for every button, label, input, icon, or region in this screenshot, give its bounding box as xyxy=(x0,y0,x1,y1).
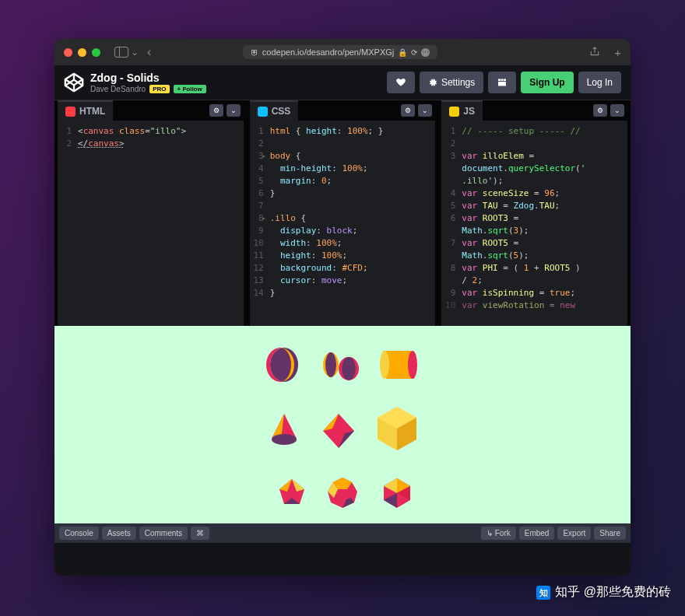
js-icon xyxy=(449,107,459,117)
js-editor[interactable]: 1// ----- setup ----- // 2 3var illoElem… xyxy=(441,121,627,326)
css-gear-icon[interactable]: ⚙ xyxy=(401,104,415,117)
svg-rect-2 xyxy=(504,79,506,82)
back-button[interactable]: ‹ xyxy=(147,45,151,59)
html-icon xyxy=(65,107,76,117)
login-button[interactable]: Log In xyxy=(578,72,621,93)
html-chevron-icon[interactable]: ⌄ xyxy=(227,104,241,117)
codepen-header: Zdog - Solids Dave DeSandro PRO + Follow… xyxy=(54,65,631,100)
console-button[interactable]: Console xyxy=(59,527,99,540)
js-tab[interactable]: JS xyxy=(441,100,483,121)
zhihu-logo-icon: 知 xyxy=(536,586,550,600)
assets-button[interactable]: Assets xyxy=(102,527,136,540)
js-panel: JS ⚙ ⌄ 1// ----- setup ----- // 2 3var i… xyxy=(441,100,627,326)
css-icon xyxy=(258,107,268,117)
css-editor[interactable]: 1html { height: 100%; } 2 3▸body { 4 min… xyxy=(250,121,436,326)
svg-rect-1 xyxy=(501,79,504,82)
pen-author[interactable]: Dave DeSandro xyxy=(90,85,146,93)
export-button[interactable]: Export xyxy=(557,527,591,540)
css-panel: CSS ⚙ ⌄ 1html { height: 100%; } 2 3▸body… xyxy=(250,100,436,326)
solids-canvas xyxy=(261,341,440,520)
footer-bar: Console Assets Comments ⌘ ↳ Fork Embed E… xyxy=(54,523,631,543)
url-text: codepen.io/desandro/pen/MXPXGj xyxy=(262,47,394,57)
html-editor[interactable]: 1<canvas class="illo"> 2</canvas> xyxy=(58,121,244,326)
svg-text:知: 知 xyxy=(539,587,548,597)
reader-icon[interactable]: ⟳ xyxy=(411,48,417,57)
html-tab[interactable]: HTML xyxy=(58,100,113,121)
css-tab[interactable]: CSS xyxy=(250,100,299,121)
editor-row: HTML ⚙ ⌄ 1<canvas class="illo"> 2</canva… xyxy=(54,100,631,326)
js-chevron-icon[interactable]: ⌄ xyxy=(610,104,624,117)
html-gear-icon[interactable]: ⚙ xyxy=(209,104,223,117)
preview-pane[interactable] xyxy=(54,326,631,523)
svg-point-8 xyxy=(342,357,356,380)
chevron-down-icon[interactable]: ⌄ xyxy=(131,47,139,58)
svg-rect-0 xyxy=(498,79,501,82)
minimize-window-button[interactable] xyxy=(78,48,86,57)
share-icon[interactable] xyxy=(589,46,600,59)
shortcuts-button[interactable]: ⌘ xyxy=(191,527,209,540)
comments-button[interactable]: Comments xyxy=(139,527,188,540)
svg-rect-3 xyxy=(498,82,506,86)
follow-button[interactable]: + Follow xyxy=(174,85,206,93)
pen-title-block: Zdog - Solids Dave DeSandro PRO + Follow xyxy=(90,72,206,93)
settings-button[interactable]: Settings xyxy=(420,72,483,93)
shield-icon: ⛨ xyxy=(251,48,258,57)
pen-title: Zdog - Solids xyxy=(90,72,206,84)
traffic-lights xyxy=(64,48,100,57)
heart-button[interactable] xyxy=(387,72,415,93)
embed-button[interactable]: Embed xyxy=(519,527,555,540)
signup-button[interactable]: Sign Up xyxy=(521,72,573,93)
sidebar-toggle-icon[interactable] xyxy=(114,47,128,58)
css-chevron-icon[interactable]: ⌄ xyxy=(418,104,432,117)
svg-point-6 xyxy=(325,352,336,377)
svg-point-9 xyxy=(380,351,389,379)
layout-button[interactable] xyxy=(488,72,516,93)
close-window-button[interactable] xyxy=(64,48,72,57)
js-gear-icon[interactable]: ⚙ xyxy=(593,104,607,117)
share-button[interactable]: Share xyxy=(594,527,626,540)
codepen-logo-icon xyxy=(64,72,84,93)
browser-window: ⌄ ‹ ⛨ codepen.io/desandro/pen/MXPXGj 🔒 ⟳… xyxy=(54,39,631,576)
svg-point-10 xyxy=(408,351,417,379)
fork-button[interactable]: ↳ Fork xyxy=(481,527,516,540)
svg-point-11 xyxy=(272,434,297,445)
html-panel: HTML ⚙ ⌄ 1<canvas class="illo"> 2</canva… xyxy=(58,100,244,326)
watermark: 知 知乎 @那些免费的砖 xyxy=(536,584,671,600)
new-tab-icon[interactable]: + xyxy=(614,46,621,59)
maximize-window-button[interactable] xyxy=(92,48,100,57)
pro-badge: PRO xyxy=(149,85,169,93)
titlebar: ⌄ ‹ ⛨ codepen.io/desandro/pen/MXPXGj 🔒 ⟳… xyxy=(54,39,631,65)
url-bar[interactable]: ⛨ codepen.io/desandro/pen/MXPXGj 🔒 ⟳ ⋯ xyxy=(243,45,437,59)
lock-icon: 🔒 xyxy=(398,48,407,57)
reload-stacked-icon[interactable]: ⋯ xyxy=(421,48,430,57)
